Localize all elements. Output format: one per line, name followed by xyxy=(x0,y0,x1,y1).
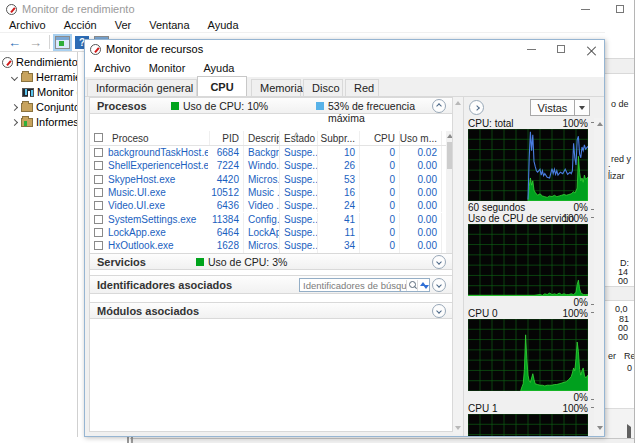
section-header-servicios[interactable]: Servicios Uso de CPU: 3% xyxy=(89,253,453,270)
row-checkbox[interactable] xyxy=(94,241,103,250)
process-row-lockapp.exe[interactable]: LockApp.exe6464LockAp...Suspe...1100.00 xyxy=(90,226,446,239)
charts-scrollbar[interactable] xyxy=(594,118,605,436)
perfmon-minimize-button[interactable] xyxy=(570,0,600,18)
clipped-text-fragment: 0 xyxy=(627,363,632,373)
search-go-icon[interactable] xyxy=(417,280,429,291)
tree-item-herramientas-d[interactable]: Herramientas d xyxy=(12,70,78,84)
expand-pane-button[interactable] xyxy=(469,100,484,115)
column-header-subpr[interactable]: Subpr... xyxy=(318,131,360,145)
menu-item-ventana[interactable]: Ventana xyxy=(140,19,198,31)
scroll-up-button[interactable] xyxy=(446,131,453,141)
handle-search-box[interactable]: Identificadores de búsque xyxy=(299,278,430,292)
chart-ymax-label: 100% xyxy=(562,308,588,319)
tree-item-rendimiento[interactable]: Rendimiento xyxy=(2,55,78,69)
section-header-modulos[interactable]: Módulos asociados xyxy=(89,302,453,319)
process-row-hxoutlook.exe[interactable]: HxOutlook.exe1628Micros...Suspe...3400.0… xyxy=(90,239,446,252)
forward-arrow-icon[interactable]: → xyxy=(25,36,46,49)
back-arrow-icon[interactable]: ← xyxy=(4,36,25,49)
menu-item-ayuda[interactable]: Ayuda xyxy=(199,19,248,31)
perfmon-hscrollbar[interactable] xyxy=(130,438,634,443)
folder-icon xyxy=(21,73,33,82)
row-checkbox[interactable] xyxy=(94,228,103,237)
resmon-maximize-button[interactable] xyxy=(546,40,576,58)
section-title: Módulos asociados xyxy=(97,305,199,317)
process-name: ShellExperienceHost.exe xyxy=(108,159,208,172)
process-name: SystemSettings.exe xyxy=(108,213,208,226)
process-row-systemsettings.exe[interactable]: SystemSettings.exe11384Config...Suspe...… xyxy=(90,213,446,226)
scroll-up-button[interactable] xyxy=(594,119,605,129)
tree-item-label: Rendimiento xyxy=(16,56,78,68)
process-row-shellexperiencehost.exe[interactable]: ShellExperienceHost.exe7224Windo...Suspe… xyxy=(90,159,446,172)
content-scrollbar[interactable] xyxy=(453,97,463,434)
charts-pane: Vistas CPU: total100%60 segundos0%Uso de… xyxy=(463,97,605,436)
process-row-skypehost.exe[interactable]: SkypeHost.exe4420Micros...Suspe...5300.0… xyxy=(90,173,446,186)
resmon-minimize-button[interactable] xyxy=(516,40,546,58)
expand-modulos-button[interactable] xyxy=(432,304,446,318)
search-icon[interactable] xyxy=(406,280,417,291)
resmon-close-button[interactable] xyxy=(576,40,605,58)
tab-información-general[interactable]: Información general xyxy=(87,79,197,96)
column-header-descrip[interactable]: Descrip... xyxy=(244,131,280,145)
menu-item-ver[interactable]: Ver xyxy=(106,19,141,31)
process-table-scrollbar[interactable] xyxy=(446,131,453,266)
column-header-estado[interactable]: Estado˄ xyxy=(280,131,318,145)
expander-down-icon[interactable] xyxy=(11,73,18,80)
chevron-down-icon xyxy=(436,282,442,288)
menu-item-acción[interactable]: Acción xyxy=(55,19,106,31)
menu-item-monitor[interactable]: Monitor xyxy=(140,62,195,74)
tab-red[interactable]: Red xyxy=(345,79,379,96)
scroll-up-button[interactable] xyxy=(453,98,463,108)
scroll-down-button[interactable] xyxy=(594,423,605,433)
row-checkbox[interactable] xyxy=(94,161,103,170)
section-header-identificadores[interactable]: Identificadores asociados Identificadore… xyxy=(89,275,453,294)
chart-title: CPU 1 xyxy=(468,403,497,414)
process-row-video.ui.exe[interactable]: Video.UI.exe6436Video ...Suspe...2400.00 xyxy=(90,199,446,212)
views-dropdown-button[interactable] xyxy=(574,100,589,115)
row-checkbox[interactable] xyxy=(94,201,103,210)
views-button[interactable]: Vistas xyxy=(530,99,590,116)
column-header-usom[interactable]: Uso m... xyxy=(400,131,442,145)
row-checkbox[interactable] xyxy=(94,188,103,197)
perfmon-maximize-button[interactable] xyxy=(605,0,635,18)
cell-subpr: 24 xyxy=(318,199,360,212)
cell-estado: Suspe... xyxy=(280,199,318,212)
section-header-procesos[interactable]: Procesos Uso de CPU: 10% 53% de frecuenc… xyxy=(89,97,453,114)
column-header-proceso[interactable]: Proceso xyxy=(90,131,210,145)
row-checkbox[interactable] xyxy=(94,215,103,224)
cell-descrip: Micros... xyxy=(244,239,280,252)
menu-item-archivo[interactable]: Archivo xyxy=(0,19,55,31)
row-checkbox[interactable] xyxy=(94,148,103,157)
menu-item-ayuda[interactable]: Ayuda xyxy=(194,62,243,74)
resmon-menubar: ArchivoMonitorAyuda xyxy=(85,58,604,77)
tab-cpu[interactable]: CPU xyxy=(197,76,247,96)
process-row-music.ui.exe[interactable]: Music.UI.exe10512Music ...Suspe...1600.0… xyxy=(90,186,446,199)
gauge-icon xyxy=(2,57,13,68)
cell-subpr: 11 xyxy=(318,226,360,239)
tree-item-monitor-de[interactable]: Monitor de xyxy=(22,85,78,99)
process-row-backgroundtaskhost.exe[interactable]: backgroundTaskHost.exe6684Backgr...Suspe… xyxy=(90,146,446,159)
perfmon-content-sliver: o dered y;lizarD:14000,0810000erRe0 xyxy=(605,18,635,443)
scroll-down-button[interactable] xyxy=(453,423,463,433)
expand-identificadores-button[interactable] xyxy=(432,278,446,292)
menu-item-archivo[interactable]: Archivo xyxy=(85,62,140,74)
column-header-pid[interactable]: PID xyxy=(210,131,244,145)
tab-disco[interactable]: Disco xyxy=(303,79,343,96)
collapse-procesos-button[interactable] xyxy=(432,99,446,113)
column-header-cpu[interactable]: CPU xyxy=(360,131,400,145)
hscroll-splitter[interactable] xyxy=(127,437,133,443)
expand-servicios-button[interactable] xyxy=(432,255,446,269)
tab-memoria[interactable]: Memoria xyxy=(251,79,301,96)
tree-item-informes[interactable]: Informes xyxy=(12,115,78,129)
row-checkbox[interactable] xyxy=(94,175,103,184)
expander-right-icon[interactable] xyxy=(11,103,18,110)
expander-right-icon[interactable] xyxy=(11,118,18,125)
tree-item-conjuntos-de-r[interactable]: Conjuntos de r xyxy=(12,100,78,114)
chart-label-row: CPU: total100% xyxy=(468,118,588,129)
console-tree-icon[interactable] xyxy=(55,36,70,49)
arrow-up-icon xyxy=(597,122,603,126)
process-name: SkypeHost.exe xyxy=(108,173,208,186)
sort-ascending-icon: ˄ xyxy=(294,131,299,139)
chart-label-row: CPU 1100% xyxy=(468,403,588,414)
chartbars-icon xyxy=(22,88,34,97)
perfmon-titlebar: Monitor de rendimiento xyxy=(0,0,634,18)
